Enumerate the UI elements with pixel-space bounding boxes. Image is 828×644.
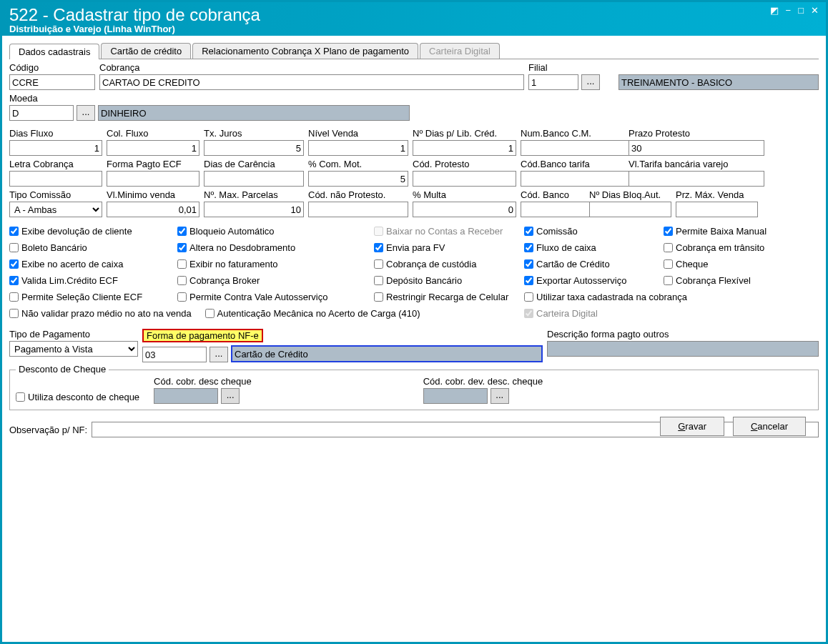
- prazo-protesto-input[interactable]: [629, 140, 764, 156]
- vl-min-input[interactable]: [107, 202, 199, 217]
- gravar-button[interactable]: Gravar: [660, 417, 724, 436]
- chk-cobranca-transito-label: Cobrança em trânsito: [676, 242, 764, 253]
- col-fluxo-input[interactable]: [107, 140, 199, 156]
- chk-permite-baixa-label: Permite Baixa Manual: [676, 226, 767, 237]
- chk-cobranca-transito[interactable]: [664, 243, 673, 252]
- prazo-protesto-label: Prazo Protesto: [629, 128, 764, 139]
- tab-dados-cadastrais[interactable]: Dados cadastrais: [9, 44, 99, 59]
- tab-cartao-credito[interactable]: Cartão de crédito: [101, 43, 191, 59]
- chk-envia-fv[interactable]: [374, 243, 383, 252]
- tipo-pag-select[interactable]: Pagamento à Vista: [9, 341, 138, 357]
- cobranca-input[interactable]: [99, 74, 524, 90]
- forma-nfe-lookup-button[interactable]: ...: [210, 347, 228, 362]
- moeda-desc: [98, 105, 410, 121]
- moeda-input[interactable]: [9, 105, 74, 121]
- chk-cobranca-custodia[interactable]: [374, 259, 383, 269]
- chk-cartao-credito-label: Cartão de Crédito: [536, 259, 610, 269]
- chk-utiliza-desc-cheque-label: Utiliza desconto de cheque: [28, 392, 139, 402]
- cancelar-button[interactable]: Cancelar: [733, 417, 806, 436]
- chk-nao-validar-prazo[interactable]: [9, 309, 19, 318]
- nivel-venda-input[interactable]: [308, 140, 408, 156]
- chk-exportar-auto-label: Exportar Autosserviço: [536, 275, 626, 286]
- chk-cartao-credito[interactable]: [524, 259, 533, 269]
- chk-cobranca-custodia-label: Cobrança de custódia: [386, 259, 476, 269]
- letra-cob-input[interactable]: [9, 171, 102, 187]
- chk-permite-selecao[interactable]: [9, 292, 19, 302]
- dias-fluxo-label: Dias Fluxo: [9, 128, 102, 139]
- close-icon[interactable]: ✕: [811, 5, 819, 16]
- chk-valida-lim-label: Valida Lim.Crédito ECF: [21, 275, 118, 286]
- chk-restringir-recarga[interactable]: [374, 292, 383, 302]
- tx-juros-input[interactable]: [204, 140, 304, 156]
- chk-permite-baixa[interactable]: [664, 227, 673, 236]
- tipo-com-label: Tipo Comissão: [9, 189, 102, 200]
- forma-ecf-input[interactable]: [107, 171, 199, 187]
- chk-boleto[interactable]: [9, 243, 19, 252]
- tab-carteira-digital: Carteira Digital: [420, 43, 500, 59]
- numbanco-input[interactable]: [521, 140, 646, 156]
- chk-baixar-contas: [374, 227, 383, 236]
- cod-banco-tar-label: Cód.Banco tarifa: [521, 159, 624, 169]
- cod-desc-cheque-label: Cód. cobr. desc cheque: [154, 376, 252, 387]
- tab-relacionamento[interactable]: Relacionamento Cobrança X Plano de pagam…: [192, 43, 418, 59]
- max-parc-input[interactable]: [204, 202, 304, 217]
- dias-carencia-input[interactable]: [204, 171, 304, 187]
- chk-exibe-devolucao[interactable]: [9, 227, 19, 236]
- dias-bloq-input[interactable]: [589, 202, 671, 217]
- codigo-label: Código: [9, 62, 95, 73]
- pct-multa-input[interactable]: [413, 202, 516, 217]
- chk-cobranca-flex[interactable]: [664, 276, 673, 285]
- forma-nfe-input[interactable]: [142, 347, 207, 362]
- cod-dev-desc-lookup-button: ...: [491, 388, 509, 404]
- chk-comissao[interactable]: [524, 227, 533, 236]
- chk-altera-desd[interactable]: [177, 243, 187, 252]
- chk-exibe-acerto-label: Exibe no acerto de caixa: [21, 259, 123, 269]
- filial-lookup-button[interactable]: ...: [581, 74, 600, 90]
- chk-valida-lim[interactable]: [9, 276, 19, 285]
- chk-deposito[interactable]: [374, 276, 383, 285]
- chk-comissao-label: Comissão: [536, 226, 578, 237]
- moeda-lookup-button[interactable]: ...: [77, 105, 95, 121]
- chk-utilizar-taxa-label: Utilizar taxa cadastrada na cobrança: [536, 292, 687, 302]
- dias-carencia-label: Dias de Carência: [204, 159, 304, 169]
- chk-envia-fv-label: Envia para FV: [386, 242, 445, 253]
- vl-min-label: Vl.Minimo venda: [107, 189, 199, 200]
- chk-exibe-devolucao-label: Exibe devolução de cliente: [21, 226, 132, 237]
- chk-exibe-acerto[interactable]: [9, 259, 19, 269]
- chk-carteira-digital-label: Carteira Digital: [536, 308, 598, 319]
- forma-nfe-label: Forma de pagamento NF-e: [142, 329, 263, 342]
- dias-lib-label: Nº Dias p/ Lib. Créd.: [413, 128, 516, 139]
- chk-broker[interactable]: [177, 276, 187, 285]
- tipo-pag-label: Tipo de Pagamento: [9, 329, 138, 340]
- minimize-icon[interactable]: −: [786, 5, 792, 16]
- forma-nfe-desc[interactable]: [231, 345, 543, 362]
- dias-fluxo-input[interactable]: [9, 140, 102, 156]
- chk-fluxo-caixa[interactable]: [524, 243, 533, 252]
- tipo-com-select[interactable]: A - Ambas: [9, 202, 102, 217]
- vl-tarifa-label: Vl.Tarifa bancária varejo: [629, 159, 764, 169]
- chk-bloqueio-auto[interactable]: [177, 227, 187, 236]
- moeda-label: Moeda: [9, 93, 410, 104]
- forma-ecf-label: Forma Pagto ECF: [107, 159, 199, 169]
- chk-autenticacao[interactable]: [205, 309, 215, 318]
- chk-cheque[interactable]: [664, 259, 673, 269]
- restore-icon[interactable]: ◩: [770, 5, 779, 16]
- cod-nao-prot-input[interactable]: [308, 202, 408, 217]
- window-title: 522 - Cadastrar tipo de cobrança: [9, 5, 260, 25]
- chk-exibir-fat[interactable]: [177, 259, 187, 269]
- cod-protesto-input[interactable]: [413, 171, 516, 187]
- chk-utilizar-taxa[interactable]: [524, 292, 533, 302]
- cod-banco-tar-input[interactable]: [521, 171, 646, 187]
- filial-input[interactable]: [528, 74, 578, 90]
- vl-tarifa-input[interactable]: [629, 171, 764, 187]
- chk-exportar-auto[interactable]: [524, 276, 533, 285]
- dias-lib-input[interactable]: [413, 140, 516, 156]
- chk-bloqueio-auto-label: Bloqueio Automático: [189, 226, 275, 237]
- maximize-icon[interactable]: □: [798, 5, 804, 16]
- codigo-input[interactable]: [9, 74, 95, 90]
- obs-label: Observação p/ NF:: [9, 425, 87, 435]
- pct-com-mot-input[interactable]: [308, 171, 408, 187]
- prz-max-input[interactable]: [676, 202, 758, 217]
- chk-utiliza-desc-cheque[interactable]: [16, 392, 25, 402]
- chk-contra-vale[interactable]: [177, 292, 187, 302]
